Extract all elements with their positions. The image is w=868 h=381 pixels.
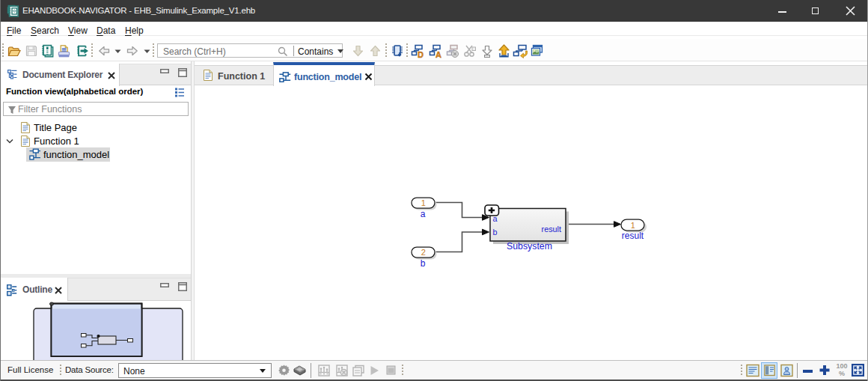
svg-text:result: result xyxy=(542,225,561,234)
svg-text:b: b xyxy=(421,258,426,269)
svg-text:1: 1 xyxy=(421,198,426,207)
svg-text:Subsystem: Subsystem xyxy=(507,241,552,252)
svg-text:A: A xyxy=(435,50,441,59)
svg-text:result: result xyxy=(622,231,644,241)
svg-text:1: 1 xyxy=(631,221,635,230)
svg-text:b: b xyxy=(493,228,498,237)
svg-text:a: a xyxy=(421,209,426,219)
svg-text:2: 2 xyxy=(421,248,426,257)
svg-text:D: D xyxy=(418,50,424,59)
